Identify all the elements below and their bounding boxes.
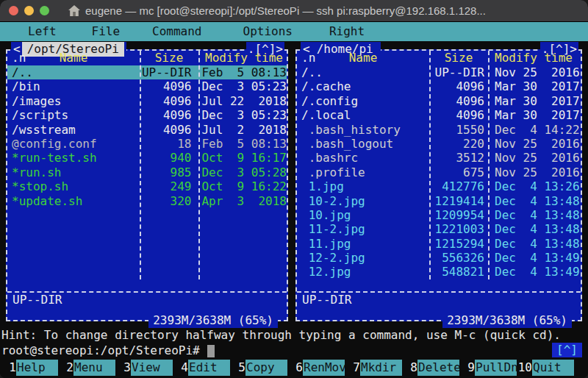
file-name: .bashrc: [297, 151, 429, 165]
name-column-header[interactable]: .n Name: [7, 51, 140, 65]
mtime-column-header[interactable]: Modify time: [198, 51, 287, 65]
file-row[interactable]: 12.jpg548821Dec 4 13:49: [297, 265, 581, 279]
close-button[interactable]: [9, 6, 18, 15]
file-size: 548821: [429, 265, 488, 279]
fkey-view[interactable]: 3View: [116, 360, 173, 376]
file-name: .bash_logout: [297, 137, 429, 151]
menu-file[interactable]: File: [92, 22, 121, 41]
file-row[interactable]: /.cache4096Mar 30 2017: [297, 79, 581, 93]
fkey-delete[interactable]: 8Delete: [403, 360, 460, 376]
function-key-bar: 1Help2Menu3View4Edit5Copy6RenMov7Mkdir8D…: [0, 358, 588, 376]
file-row[interactable]: .bashrc3512Nov 25 2016: [297, 151, 581, 165]
fkey-copy[interactable]: 5Copy: [231, 360, 288, 376]
file-row[interactable]: 10.jpg1209954Dec 4 13:48: [297, 208, 581, 222]
file-mtime: Dec 4 13:48: [488, 237, 581, 251]
fkey-edit[interactable]: 4Edit: [173, 360, 231, 376]
file-name: /bin: [7, 79, 137, 93]
file-mtime: Dec 4 13:26: [488, 179, 581, 193]
file-mtime: Dec 4 13:49: [488, 265, 581, 279]
file-name: 1.jpg: [297, 179, 429, 193]
hint-line: Hint: To change directory halfway throug…: [0, 328, 588, 343]
menu-options[interactable]: Options: [243, 22, 293, 41]
file-size: 940: [137, 151, 196, 165]
file-row[interactable]: 12-2.jpg556326Dec 4 13:49: [297, 251, 581, 265]
file-row[interactable]: /.local4096Mar 30 2017: [297, 108, 581, 122]
file-row[interactable]: @config.conf18Feb 5 08:13: [7, 137, 287, 151]
file-name: 10-2.jpg: [297, 194, 429, 208]
file-row[interactable]: 1.jpg412776Dec 4 13:26: [297, 179, 581, 193]
file-row[interactable]: 11.jpg1215294Dec 4 13:48: [297, 237, 581, 251]
file-mtime: Dec 3 05:28: [195, 165, 287, 179]
fkey-number: 6: [288, 360, 303, 376]
file-row[interactable]: /scripts4096Dec 3 05:23: [7, 108, 287, 122]
fkey-number: 3: [116, 360, 131, 376]
command-line[interactable]: root@stereopi:/opt/StereoPi#[^]: [0, 343, 588, 358]
fkey-label: Menu: [74, 360, 115, 376]
file-row[interactable]: *update.sh320Apr 3 2018: [7, 194, 287, 208]
panel-toggle-button[interactable]: [^]: [552, 343, 582, 357]
file-name: /wsstream: [7, 123, 137, 137]
file-mtime: Dec 3 05:23: [195, 108, 287, 122]
fkey-quit[interactable]: 10Quit: [517, 360, 575, 376]
file-size: 675: [429, 165, 488, 179]
file-row[interactable]: 10-2.jpg1219414Dec 4 13:48: [297, 194, 581, 208]
file-row[interactable]: *run.sh985Dec 3 05:28: [7, 165, 287, 179]
fkey-help[interactable]: 1Help: [1, 360, 59, 376]
fkey-mkdir[interactable]: 7Mkdir: [345, 360, 403, 376]
fkey-number: 10: [517, 360, 532, 376]
menu-command[interactable]: Command: [152, 22, 201, 41]
size-column-header[interactable]: Size: [429, 51, 488, 65]
file-name: /.cache: [297, 79, 429, 93]
file-name: .bash_history: [297, 123, 429, 137]
file-name: 12-2.jpg: [297, 251, 429, 265]
file-name: *run-test.sh: [7, 151, 137, 165]
file-mtime: Apr 3 2018: [195, 194, 287, 208]
menu-bar: LeftFileCommandOptionsRight: [0, 22, 588, 41]
file-row[interactable]: /.config4096Mar 30 2017: [297, 94, 581, 108]
file-name: 11-2.jpg: [297, 222, 429, 236]
size-column-header[interactable]: Size: [140, 51, 198, 65]
fkey-number: 9: [460, 360, 475, 376]
disk-usage: 2393M/3638M (65%): [148, 313, 278, 328]
file-row[interactable]: .bash_history1550Dec 4 14:22: [297, 123, 581, 137]
file-row[interactable]: /wsstream4096Jul 2 2018: [7, 123, 287, 137]
file-size: 220: [429, 137, 488, 151]
file-row[interactable]: .bash_logout220Nov 25 2016: [297, 137, 581, 151]
sort-indicator[interactable]: .n: [301, 51, 315, 65]
left-panel: < /opt/StereoPi .[^]> .n Name Size Modif…: [6, 49, 288, 321]
menu-right[interactable]: Right: [329, 22, 365, 41]
titlebar: eugene — mc [root@stereopi]:/opt/StereoP…: [0, 0, 588, 22]
terminal-window: eugene — mc [root@stereopi]:/opt/StereoP…: [0, 0, 588, 378]
file-row[interactable]: /bin4096Dec 3 05:23: [7, 79, 287, 93]
file-name: 12.jpg: [297, 265, 429, 279]
minimize-button[interactable]: [24, 6, 34, 15]
sort-indicator[interactable]: .n: [12, 51, 26, 65]
file-row[interactable]: *run-test.sh940Oct 9 16:17: [7, 151, 287, 165]
shell-prompt: root@stereopi:/opt/StereoPi#: [1, 343, 200, 357]
right-panel: < /home/pi .[^]> .n Name Size Modify tim…: [295, 49, 582, 321]
file-size: 4096: [429, 79, 488, 93]
fkey-number: 1: [1, 360, 16, 376]
fkey-pulldn[interactable]: 9PullDn: [460, 360, 517, 376]
file-row[interactable]: *stop.sh249Oct 9 16:22: [7, 179, 287, 193]
zoom-button[interactable]: [40, 6, 49, 15]
file-name: /.config: [297, 94, 429, 108]
file-row[interactable]: /..UP--DIRNov 25 2016: [297, 65, 581, 79]
name-column-header[interactable]: .n Name: [297, 51, 429, 65]
fkey-label: Copy: [245, 360, 287, 376]
file-row[interactable]: .profile675Nov 25 2016: [297, 165, 581, 179]
fkey-label: PullDn: [475, 360, 517, 376]
file-mtime: Nov 25 2016: [488, 151, 581, 165]
file-mtime: Feb 5 08:13: [195, 137, 287, 151]
file-name: 10.jpg: [297, 208, 429, 222]
mtime-column-header[interactable]: Modify time: [488, 51, 581, 65]
file-row[interactable]: /..UP--DIRFeb 5 08:13: [7, 65, 287, 79]
file-row[interactable]: /images4096Jul 22 2018: [7, 94, 287, 108]
file-row[interactable]: 11-2.jpg1221003Dec 4 13:48: [297, 222, 581, 236]
fkey-label: Delete: [417, 360, 459, 376]
fkey-label: View: [131, 360, 173, 376]
menu-left[interactable]: Left: [28, 22, 57, 41]
fkey-menu[interactable]: 2Menu: [59, 360, 116, 376]
file-mtime: Oct 9 16:22: [195, 179, 287, 193]
fkey-renmov[interactable]: 6RenMov: [288, 360, 345, 376]
